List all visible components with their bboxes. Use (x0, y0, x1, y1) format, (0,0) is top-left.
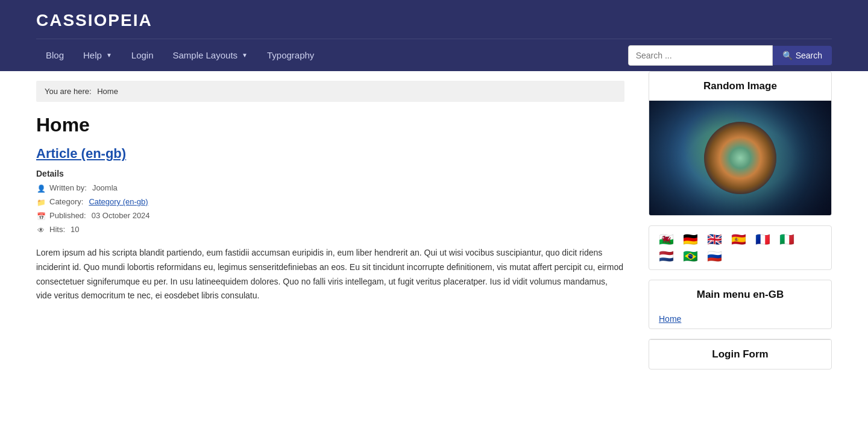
login-form-title: Login Form (649, 339, 831, 369)
search-input[interactable] (628, 45, 773, 66)
site-logo[interactable]: CASSIOPEIA (36, 0, 832, 39)
user-icon: 👤 (36, 184, 46, 193)
details-heading: Details (36, 169, 624, 178)
site-header: CASSIOPEIA Blog Help ▼ Login Sample Layo… (0, 0, 868, 71)
nav-blog[interactable]: Blog (36, 39, 74, 71)
sidebar: Random Image 🏴󠁧󠁢󠁷󠁬󠁳󠁿 🇩🇪 🇬🇧 🇪🇸 🇫🇷 🇮🇹 🇳🇱 🇧… (639, 71, 832, 394)
login-form-widget: Login Form (649, 339, 832, 370)
article-title[interactable]: Article (en-gb) (36, 146, 624, 162)
published-row: 📅 Published: 03 October 2024 (36, 211, 624, 221)
nav-help[interactable]: Help ▼ (74, 39, 122, 71)
written-by-row: 👤 Written by: Joomla (36, 183, 624, 193)
flags-widget: 🏴󠁧󠁢󠁷󠁬󠁳󠁿 🇩🇪 🇬🇧 🇪🇸 🇫🇷 🇮🇹 🇳🇱 🇧🇷 🇷🇺 (649, 225, 832, 270)
page-wrapper: You are here: Home Home Article (en-gb) … (0, 71, 868, 394)
flag-wales[interactable]: 🏴󠁧󠁢󠁷󠁬󠁳󠁿 (659, 233, 678, 245)
random-image-widget: Random Image (649, 71, 832, 216)
search-button[interactable]: 🔍 Search (773, 46, 832, 65)
calendar-icon: 📅 (36, 212, 46, 221)
nebula-graphic (649, 101, 831, 215)
flag-france[interactable]: 🇫🇷 (755, 233, 775, 245)
main-menu-title: Main menu en-GB (649, 280, 831, 309)
flag-germany[interactable]: 🇩🇪 (683, 233, 702, 245)
flag-brazil[interactable]: 🇧🇷 (683, 250, 702, 262)
flag-italy[interactable]: 🇮🇹 (779, 233, 799, 245)
article-body: Lorem ipsum ad his scripta blandit parti… (36, 246, 624, 303)
nav-typography[interactable]: Typography (257, 39, 324, 71)
page-title: Home (36, 114, 624, 136)
eye-icon: 👁 (36, 225, 46, 235)
chevron-down-icon: ▼ (242, 52, 248, 58)
random-image-title: Random Image (649, 72, 831, 101)
main-nav: Blog Help ▼ Login Sample Layouts ▼ Typog… (36, 39, 832, 71)
main-content: You are here: Home Home Article (en-gb) … (36, 71, 639, 394)
folder-icon: 📁 (36, 198, 46, 207)
search-icon: 🔍 (782, 51, 793, 60)
main-menu-widget: Main menu en-GB Home (649, 280, 832, 329)
breadcrumb: You are here: Home (36, 81, 624, 102)
article: Article (en-gb) Details 👤 Written by: Jo… (36, 146, 624, 303)
hits-row: 👁 Hits: 10 (36, 225, 624, 235)
flags-container: 🏴󠁧󠁢󠁷󠁬󠁳󠁿 🇩🇪 🇬🇧 🇪🇸 🇫🇷 🇮🇹 🇳🇱 🇧🇷 🇷🇺 (649, 226, 831, 269)
search-form: 🔍 Search (628, 45, 832, 66)
category-link[interactable]: Category (en-gb) (89, 197, 148, 206)
random-image (649, 101, 831, 215)
flag-russia[interactable]: 🇷🇺 (707, 250, 726, 262)
nav-login[interactable]: Login (122, 39, 163, 71)
menu-item-home[interactable]: Home (649, 309, 831, 329)
flag-uk[interactable]: 🇬🇧 (707, 233, 726, 245)
chevron-down-icon: ▼ (106, 52, 112, 58)
flag-netherlands[interactable]: 🇳🇱 (659, 250, 678, 262)
nav-sample-layouts[interactable]: Sample Layouts ▼ (163, 39, 257, 71)
category-row: 📁 Category: Category (en-gb) (36, 197, 624, 207)
nav-links: Blog Help ▼ Login Sample Layouts ▼ Typog… (36, 39, 324, 71)
flag-spain[interactable]: 🇪🇸 (731, 233, 750, 245)
